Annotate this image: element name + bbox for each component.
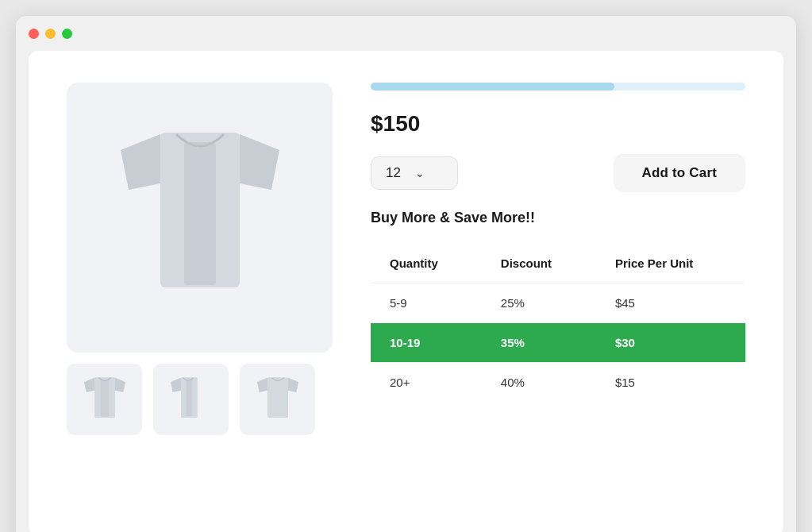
col-header-quantity: Quantity <box>371 244 482 283</box>
table-row: 10-1935%$30 <box>371 323 745 363</box>
thumbnail-1[interactable] <box>67 364 142 435</box>
col-header-discount: Discount <box>482 244 596 283</box>
table-header-row: Quantity Discount Price Per Unit <box>371 244 745 283</box>
main-product-image <box>67 83 333 353</box>
thumbnail-3[interactable] <box>240 364 315 435</box>
maximize-button[interactable] <box>62 29 72 39</box>
product-price: $150 <box>371 111 745 137</box>
minimize-button[interactable] <box>45 29 56 39</box>
cell-price: $45 <box>596 283 745 323</box>
close-button[interactable] <box>29 29 39 39</box>
promo-text: Buy More & Save More!! <box>371 210 745 226</box>
svg-rect-13 <box>267 377 288 418</box>
cell-quantity: 10-19 <box>371 323 482 363</box>
product-image-panel <box>67 83 333 503</box>
table-row: 20+40%$15 <box>371 363 745 403</box>
table-row: 5-925%$45 <box>371 283 745 323</box>
add-to-cart-button[interactable]: Add to Cart <box>614 154 745 192</box>
svg-rect-3 <box>184 142 216 285</box>
chevron-down-icon: ⌄ <box>415 167 425 179</box>
controls-row: 12 ⌄ Add to Cart <box>371 154 745 192</box>
app-window: $150 12 ⌄ Add to Cart Buy More & Save Mo… <box>16 16 796 532</box>
titlebar <box>16 16 796 51</box>
svg-rect-10 <box>186 380 192 417</box>
cell-price: $15 <box>596 363 745 403</box>
quantity-value: 12 <box>386 165 401 181</box>
cell-discount: 35% <box>482 323 596 363</box>
cell-discount: 25% <box>482 283 596 323</box>
quantity-selector[interactable]: 12 ⌄ <box>371 156 458 190</box>
svg-rect-7 <box>100 380 108 417</box>
cell-quantity: 5-9 <box>371 283 482 323</box>
tshirt-image-main <box>121 126 279 309</box>
product-thumbnails <box>67 364 333 435</box>
product-details-panel: $150 12 ⌄ Add to Cart Buy More & Save Mo… <box>371 83 745 503</box>
cell-discount: 40% <box>482 363 596 403</box>
discount-table: Quantity Discount Price Per Unit 5-925%$… <box>371 244 745 402</box>
main-content: $150 12 ⌄ Add to Cart Buy More & Save Mo… <box>29 51 783 532</box>
cell-price: $30 <box>596 323 745 363</box>
thumbnail-2[interactable] <box>153 364 229 435</box>
progress-bar-fill <box>371 83 614 91</box>
col-header-price: Price Per Unit <box>596 244 745 283</box>
cell-quantity: 20+ <box>371 363 482 403</box>
progress-bar <box>371 83 745 91</box>
